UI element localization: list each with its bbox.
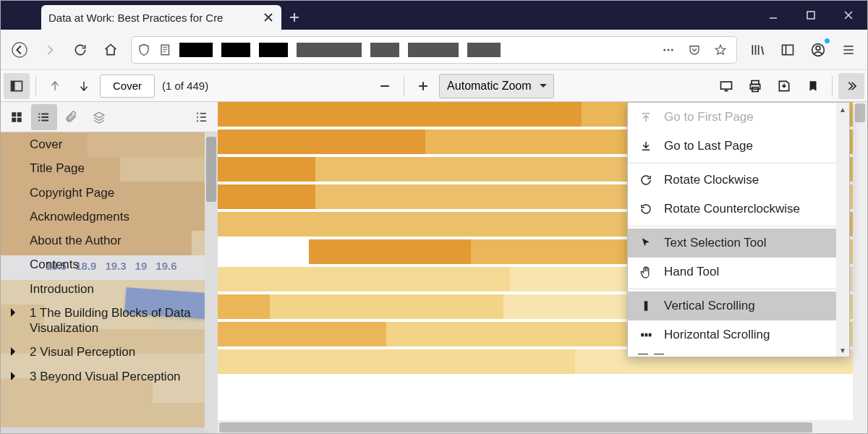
svg-point-5	[671, 48, 673, 51]
expand-icon[interactable]	[11, 372, 20, 380]
svg-rect-10	[12, 81, 15, 90]
menu-go-first-page: Go to First Page	[628, 103, 849, 132]
reload-button[interactable]	[66, 35, 95, 64]
outline-item[interactable]: Introduction	[1, 277, 218, 301]
outline-item[interactable]: About the Author	[1, 229, 218, 252]
new-tab-button[interactable]	[281, 5, 307, 30]
account-icon[interactable]	[804, 35, 833, 64]
outline-view-button[interactable]	[31, 104, 57, 130]
pocket-icon[interactable]	[683, 35, 706, 64]
home-button[interactable]	[96, 35, 125, 64]
svg-rect-25	[649, 333, 652, 337]
pdf-sidebar: 18.518.919.31919.6 Cover Title Page Copy…	[1, 102, 218, 434]
menu-rotate-ccw[interactable]: Rotate Counterclockwise	[628, 195, 849, 224]
tools-dropdown-menu: Go to First Page Go to Last Page Rotate …	[627, 102, 850, 357]
svg-rect-6	[783, 45, 793, 54]
go-bottom-icon	[638, 138, 654, 154]
svg-rect-23	[641, 333, 644, 337]
layers-button[interactable]	[86, 104, 112, 130]
outline-options-button[interactable]	[189, 104, 215, 130]
menu-scrollbar[interactable]: ▲▼	[836, 103, 849, 357]
svg-rect-16	[17, 112, 22, 116]
horizontal-scroll-icon	[638, 327, 654, 343]
outline-item[interactable]: Cover	[1, 132, 218, 156]
rotate-cw-icon	[638, 172, 654, 188]
download-button[interactable]	[771, 73, 797, 99]
url-bar[interactable]	[131, 36, 737, 64]
library-icon[interactable]	[743, 35, 772, 64]
forward-button[interactable]	[35, 35, 64, 64]
menu-horizontal-scrolling[interactable]: Horizontal Scrolling	[628, 320, 849, 349]
sidebar-toggle-icon[interactable]	[773, 35, 802, 64]
hand-icon	[638, 264, 654, 280]
svg-point-21	[38, 119, 40, 121]
outline-scrollbar[interactable]	[205, 132, 218, 434]
more-actions-icon[interactable]	[657, 35, 680, 64]
outline-item[interactable]: 3 Beyond Visual Perception	[1, 365, 218, 388]
outline-item[interactable]: Copyright Page	[1, 181, 218, 205]
svg-point-4	[668, 48, 670, 51]
svg-rect-2	[161, 45, 169, 55]
tab-title: Data at Work: Best Practices for Cre	[48, 12, 257, 24]
svg-point-3	[663, 48, 665, 51]
browser-tab[interactable]: Data at Work: Best Practices for Cre	[41, 5, 281, 30]
prev-page-button[interactable]	[42, 73, 68, 99]
tools-menu-button[interactable]	[838, 73, 864, 99]
shield-icon[interactable]	[136, 42, 152, 58]
url-redacted	[179, 43, 651, 57]
document-viewport[interactable]: Go to First Page Go to Last Page Rotate …	[218, 102, 867, 434]
svg-rect-18	[17, 117, 22, 122]
doc-scrollbar-vertical[interactable]	[853, 102, 867, 434]
presentation-button[interactable]	[713, 73, 739, 99]
thumbnails-view-button[interactable]	[4, 104, 30, 130]
close-tab-icon[interactable]	[263, 12, 274, 23]
toggle-sidebar-button[interactable]	[4, 73, 30, 99]
bookmark-star-icon[interactable]	[709, 35, 732, 64]
svg-rect-11	[721, 82, 732, 89]
zoom-select[interactable]: Automatic Zoom	[439, 74, 554, 98]
bookmark-button[interactable]	[800, 73, 826, 99]
zoom-out-button[interactable]	[372, 73, 398, 99]
vertical-scroll-icon	[638, 298, 654, 314]
browser-titlebar: Data at Work: Best Practices for Cre	[1, 1, 867, 30]
svg-point-8	[816, 46, 820, 50]
sidebar-toolbar	[1, 102, 218, 132]
pdf-content-area: 18.518.919.31919.6 Cover Title Page Copy…	[1, 102, 867, 434]
menu-hand-tool[interactable]: Hand Tool	[628, 258, 849, 286]
svg-rect-22	[644, 301, 648, 311]
close-window-button[interactable]	[830, 1, 867, 30]
svg-rect-0	[807, 12, 814, 19]
expand-icon[interactable]	[11, 308, 20, 317]
back-button[interactable]	[5, 35, 34, 64]
go-top-icon	[638, 109, 654, 125]
hamburger-menu-icon[interactable]	[834, 35, 863, 64]
zoom-in-button[interactable]	[410, 73, 436, 99]
menu-go-last-page[interactable]: Go to Last Page	[628, 132, 849, 161]
menu-text-selection[interactable]: Text Selection Tool	[628, 229, 849, 258]
attachments-button[interactable]	[59, 104, 85, 130]
outline-item[interactable]: Contents	[1, 252, 218, 276]
svg-point-19	[38, 113, 40, 114]
next-page-button[interactable]	[71, 73, 97, 99]
doc-scrollbar-horizontal[interactable]	[218, 420, 853, 434]
outline-item[interactable]: Acknowledgments	[1, 205, 218, 229]
page-input[interactable]	[100, 75, 155, 98]
window-controls	[754, 1, 867, 30]
outline-item[interactable]: 1 The Building Blocks of Data Visualizat…	[1, 301, 218, 341]
outline-item[interactable]: 2 Visual Perception	[1, 340, 218, 364]
svg-rect-24	[645, 333, 648, 337]
print-button[interactable]	[742, 73, 768, 99]
svg-point-1	[12, 42, 27, 56]
minimize-button[interactable]	[754, 1, 792, 30]
cursor-icon	[638, 235, 654, 251]
maximize-button[interactable]	[792, 1, 830, 30]
svg-rect-17	[12, 117, 16, 122]
expand-icon[interactable]	[11, 347, 20, 356]
menu-vertical-scrolling[interactable]: Vertical Scrolling	[628, 292, 849, 320]
pdf-toolbar: (1 of 449) Automatic Zoom	[1, 70, 867, 102]
page-info-icon[interactable]	[158, 42, 174, 58]
outline-item[interactable]: Title Page	[1, 156, 218, 180]
outline-list: Cover Title Page Copyright Page Acknowle…	[1, 132, 218, 434]
svg-rect-15	[12, 112, 16, 116]
menu-rotate-cw[interactable]: Rotate Clockwise	[628, 166, 849, 195]
